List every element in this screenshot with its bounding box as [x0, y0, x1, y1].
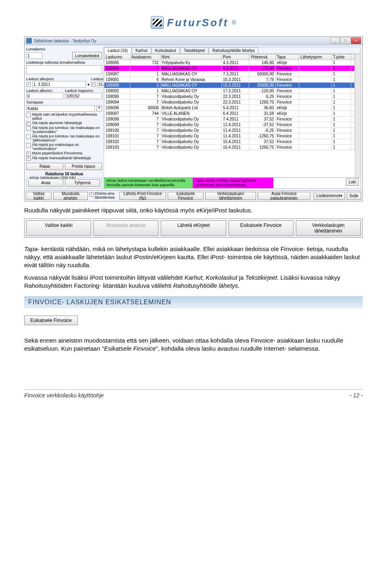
tab-0[interactable]: Laskut (16) — [104, 47, 131, 54]
col-header[interactable]: T.piste — [332, 54, 351, 60]
scrollbar[interactable] — [355, 54, 360, 177]
ehdota-aina-checkbox[interactable]: ✓ — [89, 192, 94, 197]
filter-checkbox-6[interactable]: ✓Älä näytä manuaalisesti lähetettyjä — [26, 156, 102, 161]
table-row[interactable]: 109097744VILLE ALANEN6.4.201131,58eKirje… — [104, 111, 355, 116]
col-header[interactable]: Nimi — [160, 54, 221, 60]
col-header[interactable]: Pvm — [221, 54, 249, 60]
table-row[interactable]: 1090947Viivakoodipalvelu Oy22.3.20111260… — [104, 100, 355, 105]
cell: MALLIASIAKAS OY — [160, 88, 221, 94]
tyhjenna-button[interactable]: Tyhjennä — [65, 179, 100, 187]
lomakenro-label: Lomakenro — [26, 47, 102, 51]
cell: 4.3.2011 — [221, 66, 249, 71]
cell: 1 — [332, 105, 351, 111]
cell: 50000,00 — [249, 71, 275, 77]
cell: 7 — [130, 128, 160, 133]
lisatoiminnot-button[interactable]: Lisätoiminnot ▾ — [314, 192, 345, 200]
cell — [299, 100, 332, 105]
filter-checkbox-0[interactable]: Näytä vain eKirjeeksi myyntivaiheessa va… — [26, 112, 102, 121]
minimize-button[interactable]: _ — [330, 37, 340, 44]
checkbox-icon[interactable] — [26, 143, 31, 148]
lomakenro-input[interactable] — [26, 52, 42, 59]
poista-rajaus-button[interactable]: Poista rajaus — [65, 163, 102, 170]
checkbox-icon[interactable] — [26, 126, 31, 131]
table-row[interactable]: 109085732Yrityspalvelu Ky4.3.2011145,80e… — [104, 60, 355, 66]
cell: 7.3.2011 — [221, 71, 249, 77]
table-row[interactable]: 1091017Viivakoodipalvelu Oy11.4.2011-126… — [104, 133, 355, 139]
table-row[interactable]: 1090997Viivakoodipalvelu Oy11.4.2011-37,… — [104, 122, 355, 128]
cell: 7 — [130, 133, 160, 139]
col-header[interactable]: Yhteensä — [249, 54, 275, 60]
checkbox-label: Älä näytä jos maksutapa on "verkkomaksu" — [32, 143, 102, 151]
tab-3[interactable]: Tekstikirjeet — [180, 47, 208, 54]
cell: 1 — [332, 66, 351, 71]
checkbox-icon[interactable] — [26, 135, 31, 139]
laheta-ipost-button[interactable]: Lähetä iPost Finvoice (ftp) — [119, 192, 166, 200]
cell: 1 — [332, 122, 351, 128]
col-header[interactable]: Laskunro — [104, 54, 130, 60]
alkupvm-checkbox[interactable]: ✓ — [26, 82, 31, 87]
tab-1[interactable]: Karhut — [132, 47, 151, 54]
cell: 15.4.2011 — [221, 139, 249, 145]
checkbox-icon[interactable]: ✓ — [26, 156, 31, 161]
cell: 109102 — [104, 139, 130, 145]
table-row[interactable]: 1090891MALLIASIAKAS OY15.3.201125000,00F… — [104, 83, 355, 88]
table-row[interactable]: 1090841MALLIASIAKAS OY4.3.2011172,00Finv… — [104, 66, 355, 71]
table-row[interactable]: 1090987Viivakoodipalvelu Oy7.4.201137,52… — [104, 116, 355, 122]
sulje-button[interactable]: Sulje — [347, 192, 361, 200]
alkupvm-label: Laskun alkupvm — [26, 77, 89, 81]
lomaketiedot-button[interactable]: Lomaketiedot — [72, 52, 102, 59]
table-row[interactable]: 1091037Viivakoodipalvelu Oy15.4.20111260… — [104, 145, 355, 150]
table-row[interactable]: 1090916Rehnin Kone ja Varaosa15.3.20117,… — [104, 77, 355, 83]
loppupvm-checkbox[interactable]: ✓ — [91, 82, 96, 87]
col-header[interactable]: Tapa — [275, 54, 299, 60]
col-header[interactable]: Asiakasnro — [130, 54, 160, 60]
table-row[interactable]: 1090957Viivakoodipalvelu Oy22.3.20116,25… — [104, 94, 355, 100]
checkbox-icon[interactable] — [26, 113, 31, 117]
table-row[interactable]: 1091007Viivakoodipalvelu Oy11.4.2011-6,2… — [104, 128, 355, 133]
filter-checkbox-5[interactable]: ✓Myös paperilaskut Finvoicena — [26, 151, 102, 156]
loppunro-input[interactable] — [65, 93, 102, 99]
col-header[interactable] — [351, 54, 354, 60]
esikatsele-finvoice-button[interactable]: Esikatsele Finvoice — [168, 192, 204, 200]
tab-4[interactable]: Rahoitusyhtiölle lähetys — [209, 47, 258, 54]
rajaa-button[interactable]: Rajaa — [26, 163, 63, 170]
tab-2[interactable]: Korkolaskut — [152, 47, 180, 54]
data-grid[interactable]: LaskunroAsiakasnroNimiPvmYhteensäTapaLäh… — [104, 54, 355, 177]
cell — [299, 60, 332, 66]
filter-checkbox-3[interactable]: Älä näytä jos toimitus- tai maksutapa on… — [26, 134, 102, 143]
cell: Yrityspalvelu Ky — [160, 60, 221, 66]
filter-checkbox-4[interactable]: Älä näytä jos maksutapa on "verkkomaksu" — [26, 143, 102, 151]
cell: 732 — [130, 60, 160, 66]
cell: 109084 — [104, 66, 130, 71]
muodosta-aineisto-button[interactable]: Muodosta aineisto — [53, 192, 87, 200]
alkupvm-input[interactable] — [32, 81, 86, 87]
cell: 6 — [130, 77, 160, 83]
cell: eKirje — [275, 60, 299, 66]
table-row[interactable]: 1090871MALLIASIAKAS OY7.3.201150000,00Fi… — [104, 71, 355, 77]
table-row[interactable]: 1091027Viivakoodipalvelu Oy15.4.201137,5… — [104, 139, 355, 145]
valitse-kaikki-button[interactable]: Valitse kaikki — [26, 192, 52, 200]
loki-button[interactable]: Loki — [346, 179, 359, 186]
filter-checkbox-2[interactable]: Älä näytä jos toimitus- tai maksutapa on… — [26, 126, 102, 134]
cell: 109096 — [104, 105, 130, 111]
close-button[interactable]: × — [351, 37, 361, 44]
verkkolaskujen-button[interactable]: Verkkolaskujen lähettäminen — [205, 192, 256, 200]
avaa-palauteaineisto-button[interactable]: Avaa Finvoice palauteaineisto — [258, 192, 310, 200]
checkbox-icon[interactable]: ✓ — [26, 121, 31, 126]
section-heading-esikatselu: FINVOICE- LASKUJEN ESIKATSELEMINEN — [24, 296, 363, 308]
window-title: Sähköinen laskutus - Testiyritys Oy — [34, 39, 330, 43]
titlebar: Sähköinen laskutus - Testiyritys Oy _ □ … — [25, 37, 362, 45]
paragraph-2: Tapa- kentästä nähdään, mikä on lähetyst… — [24, 245, 363, 270]
table-row[interactable]: 10909630008British Autoparts Ltd5.4.2011… — [104, 105, 355, 111]
col-header[interactable]: Lähetyspvm — [299, 54, 332, 60]
toimipiste-label: Toimipiste — [26, 100, 102, 104]
toimipiste-select[interactable] — [26, 105, 95, 112]
cell: Viivakoodipalvelu Oy — [160, 94, 221, 100]
lisatietoja-input[interactable] — [26, 65, 102, 74]
checkbox-icon[interactable]: ✓ — [26, 152, 31, 156]
avaa-button[interactable]: Avaa — [28, 179, 63, 187]
table-row[interactable]: 1090921MALLIASIAKAS OY17.3.2011-120,00Fi… — [104, 88, 355, 94]
cell: 109089 — [104, 83, 130, 88]
maximize-button[interactable]: □ — [341, 37, 350, 44]
alkunro-input[interactable] — [26, 93, 63, 99]
